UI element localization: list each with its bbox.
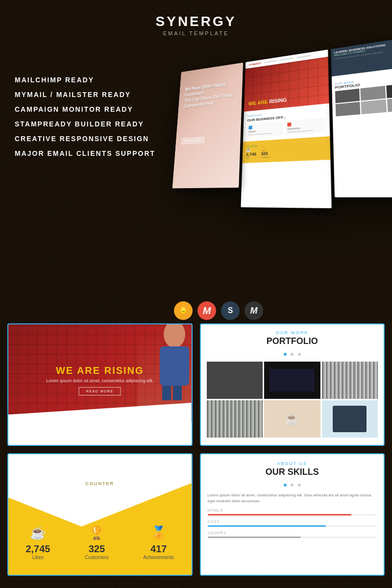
hero-card: WE ARE RISING Lorem ipsum dolor sit amet… [7, 323, 193, 446]
preview-panel-2: SYNERGY WE ARE RISING SERVICES OUR BUSIN… [241, 49, 331, 208]
portfolio-eyebrow: OUR WORK [207, 330, 378, 335]
svg-rect-9 [162, 386, 171, 400]
counter-diagonal [8, 454, 192, 527]
skills-heading: OUR SKILLS [208, 467, 377, 477]
skills-dot3 [298, 484, 301, 487]
portfolio-card: OUR WORK PORTFOLIO [200, 323, 385, 446]
skills-dots [208, 480, 377, 489]
features-list: MAILCHIMP READY MYMAIL / MAILSTER READY … [15, 76, 155, 164]
dot3 [298, 353, 301, 356]
skill-html5-bar [208, 514, 377, 515]
counter-icon-medal: 🏅 [143, 525, 174, 540]
feature-campaign: CAMPAIGN MONITOR READY [15, 105, 155, 113]
mailchimp-icon [174, 301, 193, 320]
email-client-icons: M S M [174, 301, 263, 320]
counter-icon-trophy: 🏆 [85, 525, 108, 540]
skills-dot2 [291, 484, 294, 487]
skill-html5-fill [208, 514, 352, 515]
svg-rect-10 [173, 386, 182, 400]
skill-jquery-bar [208, 537, 377, 538]
counter-icon-coffee: ☕ [25, 525, 50, 540]
skill-css3-fill [208, 525, 326, 527]
skill-html5: HTML5 [208, 508, 377, 515]
skill-jquery-fill [208, 537, 301, 538]
stampready-icon: S [221, 301, 240, 320]
preview-cards: WE ARE RISING Lorem ipsum dolor sit amet… [7, 323, 385, 576]
skill-css3-label: CSS3 [208, 519, 377, 524]
skills-content: ABOUT US OUR SKILLS Lorem ipsum dolor si… [201, 454, 384, 576]
hero-readmore-btn[interactable]: READ MORE [79, 387, 121, 395]
skill-jquery: JQUERY [208, 531, 377, 538]
skills-eyebrow: ABOUT US [208, 461, 377, 466]
hero-title: WE ARE RISING [46, 365, 153, 376]
preview-panel-1: We Have 2000+ Happy CustomersYou Can Che… [172, 63, 243, 189]
counter-label-achievements: Achievements [143, 555, 174, 560]
portfolio-photo-5 [264, 400, 320, 438]
feature-mymail: MYMAIL / MAILSTER READY [15, 91, 155, 98]
portfolio-heading: PORTFOLIO [207, 336, 378, 346]
template-subtitle: EMAIL TEMPLATE [0, 30, 392, 36]
feature-stampready: STAMPREADY BUILDER READY [15, 120, 155, 128]
svg-point-0 [181, 307, 186, 313]
feature-clients: MAJOR EMAIL CLIENTS SUPPORT [15, 149, 155, 157]
dot2 [291, 353, 294, 356]
portfolio-content: OUR WORK PORTFOLIO [201, 324, 384, 443]
skill-css3-bar [208, 525, 377, 527]
counter-label-likes: Likes [25, 555, 50, 560]
counter-card: COUNTER ☕ 2,745 Likes 🏆 325 Customers 🏅 … [7, 453, 193, 576]
skills-dot1 [284, 484, 287, 487]
hero-banner: WE ARE RISING Lorem ipsum dolor sit amet… [8, 324, 192, 422]
portfolio-photo-6 [322, 400, 378, 438]
portfolio-grid [207, 362, 378, 438]
panel1-readmore: READ MORE [181, 137, 205, 145]
skill-jquery-label: JQUERY [208, 531, 377, 535]
counter-item-achievements: 🏅 417 Achievements [143, 525, 174, 560]
svg-rect-8 [160, 346, 189, 386]
hero-desc: Lorem ipsum dolor sit amet, consectetur … [46, 378, 153, 383]
skill-css3: CSS3 [208, 519, 377, 527]
portfolio-photo-1 [207, 362, 263, 399]
skills-description: Lorem ipsum dolor sit amet, consectetur … [208, 492, 377, 504]
page-header: SYNERGY EMAIL TEMPLATE [0, 0, 392, 45]
svg-point-3 [182, 309, 182, 309]
counter-eyebrow: COUNTER [8, 481, 192, 486]
counter-number-likes: 2,745 [25, 543, 50, 555]
counter-items: ☕ 2,745 Likes 🏆 325 Customers 🏅 417 Achi… [8, 525, 192, 560]
svg-point-4 [184, 309, 185, 309]
portfolio-photo-2 [264, 362, 320, 399]
mymail-icon: M [197, 301, 216, 320]
counter-item-likes: ☕ 2,745 Likes [25, 525, 50, 560]
preview-panel-3: LEADING BUSINESS SOLUTIONS WELCOME TO SY… [331, 37, 392, 197]
feature-mailchimp: MAILCHIMP READY [15, 76, 155, 84]
counter-number-achievements: 417 [143, 543, 174, 555]
portfolio-photo-3 [322, 362, 378, 399]
counter-number-customers: 325 [85, 543, 108, 555]
counter-item-customers: 🏆 325 Customers [85, 525, 108, 560]
skills-card: ABOUT US OUR SKILLS Lorem ipsum dolor si… [200, 453, 385, 576]
counter-label-customers: Customers [85, 555, 108, 560]
3d-preview: We Have 2000+ Happy CustomersYou Can Che… [171, 37, 392, 210]
template-title: SYNERGY [0, 14, 392, 29]
portfolio-photo-4 [207, 400, 263, 438]
dot1 [284, 353, 287, 356]
feature-responsive: CREATIVE RESPONSIVE DESIGN [15, 135, 155, 143]
portfolio-dots [207, 349, 378, 358]
hero-text: WE ARE RISING Lorem ipsum dolor sit amet… [46, 365, 153, 395]
panel1-text: We Have 2000+ Happy CustomersYou Can Che… [184, 79, 243, 110]
skill-html5-label: HTML5 [208, 508, 377, 513]
svg-point-7 [164, 324, 185, 348]
mailster-icon: M [245, 301, 263, 320]
